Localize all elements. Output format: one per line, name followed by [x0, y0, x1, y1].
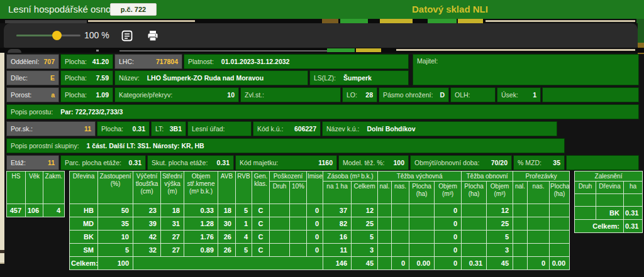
cell [270, 204, 290, 217]
cell: 35 [98, 217, 133, 231]
group-header-tezba-obnovni: Těžba obnovní [462, 171, 513, 182]
total-row: Celkem:1001464500.0000.314500.00 [70, 257, 570, 270]
field-value: 100 [393, 159, 404, 166]
field-label: Lesní úřad: [192, 125, 225, 133]
notes-button[interactable] [120, 29, 134, 43]
field-value: Dolní Bohdíkov [367, 125, 416, 133]
map-fragment [428, 19, 457, 23]
cell-hs: 457 [7, 204, 26, 217]
cell: SM [70, 244, 98, 257]
cell: 37 [323, 204, 352, 217]
cell-empty [624, 194, 643, 207]
cell [392, 244, 409, 257]
field-value: Šumperk [343, 74, 372, 82]
zoom-slider-handle[interactable] [52, 31, 62, 40]
cell: 5 [98, 244, 133, 257]
field-label: Por.sk.: [11, 125, 33, 133]
field-oddeleni: Oddělení: 707 [6, 54, 59, 69]
cell: 0 [307, 217, 323, 231]
field-plocha-dilec: Plocha: 7.59 [60, 70, 113, 85]
cell: Celkem: [70, 257, 98, 270]
field-lo: LO: 28 [342, 87, 377, 102]
cell: 25 [352, 217, 378, 231]
field-label: OLH: [455, 91, 470, 99]
cell: 12 [352, 204, 378, 217]
species-row: HB5023180.33185C03712012 [70, 204, 570, 217]
print-button[interactable] [146, 29, 160, 43]
field-label: Název: [119, 74, 140, 82]
field-lhc: LHC: 717804 [114, 54, 182, 69]
field-label: Plocha: [65, 74, 87, 82]
field-lslz: LS(LZ): Šumperk [309, 70, 409, 85]
col-header-nas: nas. [528, 182, 550, 204]
cell: 5 [352, 231, 378, 244]
field-skut-plocha-etaze: Skut. plocha etáže: 0.31 [147, 155, 234, 170]
field-kategorie: Kategorie/překryv: 10 [114, 87, 239, 102]
cell [378, 231, 392, 244]
map-sliver-top [0, 19, 644, 23]
col-header-hs: HS [7, 171, 26, 204]
cell: 26 [218, 231, 236, 244]
total-ha: 0.31 [624, 220, 643, 233]
field-label: Název k.ú.: [326, 125, 360, 133]
field-label: Obmýtí/obnovní doba: [414, 159, 479, 166]
cell: 0 [435, 204, 462, 217]
field-plocha-porost: Plocha: 1.09 [60, 87, 113, 102]
cell: 0.89 [184, 244, 218, 257]
summary-table: HS Věk Zakm. 457 106 4 [6, 171, 65, 217]
group-header-zasoba: Zásoba (m³ b.k.) [323, 171, 378, 182]
cell: 100 [98, 257, 133, 270]
cell [462, 231, 487, 244]
zoom-slider[interactable] [16, 35, 80, 36]
col-header-drevina: Dřevina [70, 171, 98, 204]
field-label: Plocha: [65, 91, 87, 99]
cell: 0 [307, 204, 323, 217]
cell [378, 204, 392, 217]
cell-empty [575, 194, 596, 207]
field-porost: Porost: a [6, 87, 59, 102]
field-value: 3B1 [170, 125, 182, 133]
col-header-nal: nal. [513, 182, 528, 204]
field-nazev: Název: LHO Šumperk-ZO Ruda nad Moravou [114, 70, 308, 85]
field-value: 11 [48, 159, 55, 166]
cell-drevina: BK [596, 207, 624, 220]
field-dilec: Dílec: E [6, 70, 59, 85]
field-etaz: Etáž: 11 [6, 155, 59, 170]
map-fragment [0, 263, 4, 264]
field-value: a [51, 91, 55, 99]
cell [270, 231, 290, 244]
map-fragment [340, 19, 368, 23]
zoom-level-label: 100 % [84, 23, 109, 48]
field-kod-ku: Kód k.ú.: 606227 [253, 121, 321, 136]
cell [378, 257, 392, 270]
field-value: 11 [84, 125, 91, 133]
map-fragment [322, 19, 338, 23]
cell [513, 244, 528, 257]
field-label: Plocha: [101, 125, 123, 133]
species-table: Dřevina Zastoupení (%) Výčetní tloušťka … [69, 171, 570, 270]
cell [409, 204, 435, 217]
cell: 0.31 [462, 257, 487, 270]
cell [392, 204, 409, 217]
field-plocha-oddeleni: Plocha: 41.20 [60, 54, 113, 69]
cell: 27 [161, 244, 184, 257]
map-fragment [638, 19, 644, 43]
field-label: Kód k.ú.: [257, 125, 283, 133]
cell [409, 217, 435, 231]
field-label: Pásmo ohrožení: [383, 91, 433, 99]
field-popis-porostni-skupiny: Popis porostní skupiny: 1 část. Další LT… [6, 138, 565, 153]
col-header-vek: Věk [26, 171, 43, 204]
col-header-gen: Gen. klas. [252, 171, 270, 204]
field-nazev-ku: Název k.ú.: Dolní Bohdíkov [322, 121, 557, 136]
cell: 0 [435, 257, 462, 270]
col-header-rvb: RVB [236, 171, 252, 204]
field-value: 0.31 [133, 125, 145, 133]
cell [290, 231, 307, 244]
cell: 0 [307, 231, 323, 244]
map-strip-left [0, 53, 4, 264]
field-label: Plocha: [65, 58, 87, 65]
plot-number-button[interactable]: p.č. 722 [110, 3, 157, 16]
field-obmyti: Obmýtí/obnovní doba: 70/20 [410, 155, 512, 170]
cell [513, 231, 528, 244]
field-label: LHC: [119, 58, 134, 65]
